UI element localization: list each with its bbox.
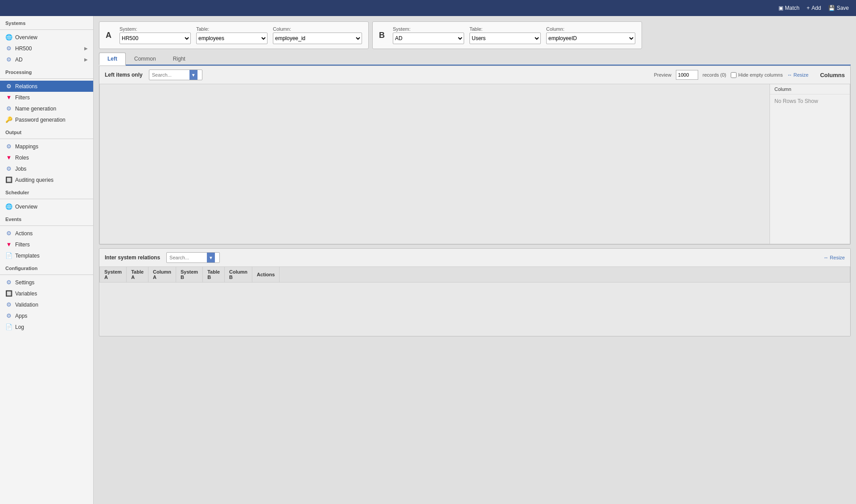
resize-btn-left[interactable]: ↔ Resize	[787, 72, 809, 78]
topbar: ▣ Match + Add 💾 Save	[0, 0, 856, 16]
sidebar-item-ad[interactable]: ⚙ AD ▶	[0, 54, 93, 65]
sidebar-item-filters-ev[interactable]: ▼ Filters	[0, 239, 93, 250]
arrow-icon-hr500: ▶	[84, 46, 88, 51]
arrow-icon-ad: ▶	[84, 57, 88, 62]
tab-left[interactable]: Left	[99, 53, 126, 66]
data-table-container: Column No Rows To Show	[99, 84, 850, 244]
sidebar-item-variables[interactable]: 🔲 Variables	[0, 288, 93, 299]
inter-title: Inter system relations	[105, 254, 160, 261]
hide-empty-checkbox[interactable]	[731, 72, 737, 78]
gear-icon-ad: ⚙	[5, 56, 12, 63]
panel-a-column-label: Column:	[273, 26, 362, 32]
jobs-icon: ⚙	[5, 165, 12, 172]
sidebar-label-hr500: HR500	[15, 45, 82, 52]
add-icon: +	[807, 5, 810, 11]
configuration-section-title: Configuration	[0, 261, 93, 273]
sidebar-item-pass-gen[interactable]: 🔑 Password generation	[0, 114, 93, 125]
panel-b-table-select[interactable]: Users	[469, 33, 541, 44]
inter-table: System A Table A Column A System B Table…	[99, 266, 850, 336]
inter-col-system-a: System A	[100, 267, 127, 283]
columns-header: Columns	[820, 72, 845, 78]
add-button[interactable]: + Add	[807, 5, 821, 11]
sidebar-item-filters-proc[interactable]: ▼ Filters	[0, 92, 93, 103]
left-items-panel: Left items only ▼ Preview records (0) Hi…	[99, 66, 851, 245]
panel-b: B System: AD HR500 Table: Users Column:	[372, 21, 642, 49]
sidebar-item-jobs[interactable]: ⚙ Jobs	[0, 163, 93, 174]
inter-col-table-a: Table A	[127, 267, 148, 283]
panel-a-system-label: System:	[119, 26, 191, 32]
sidebar-item-name-gen[interactable]: ⚙ Name generation	[0, 103, 93, 114]
match-icon: ▣	[778, 5, 783, 11]
left-search-box: ▼	[149, 70, 202, 80]
sidebar-item-overview-sys[interactable]: 🌐 Overview	[0, 32, 93, 43]
inter-search-box: ▼	[166, 252, 220, 263]
sidebar-label-mappings: Mappings	[15, 143, 88, 150]
panel-b-table-label: Table:	[469, 26, 541, 32]
sidebar-label-relations: Relations	[15, 83, 88, 90]
content-area: A System: HR500 AD Table: employees Colu…	[94, 16, 856, 504]
panel-a-system-group: System: HR500 AD	[119, 26, 191, 44]
left-search-dropdown-btn[interactable]: ▼	[189, 70, 198, 80]
sidebar-item-relations[interactable]: ⚙ Relations	[0, 81, 93, 92]
panel-b-column-label: Column:	[546, 26, 635, 32]
inter-table-body	[100, 283, 850, 336]
inter-header: Inter system relations ▼ ↔ Resize	[99, 249, 850, 266]
panel-b-column-select[interactable]: employeeID	[546, 33, 635, 44]
panel-a-table-label: Table:	[196, 26, 268, 32]
resize-btn-inter[interactable]: ↔ Resize	[823, 255, 845, 260]
templates-icon: 📄	[5, 252, 12, 259]
sidebar-label-apps: Apps	[15, 313, 88, 319]
filter-icon-ev: ▼	[5, 241, 12, 248]
relations-icon: ⚙	[5, 83, 12, 90]
sidebar-item-actions[interactable]: ⚙ Actions	[0, 228, 93, 239]
apps-icon: ⚙	[5, 312, 12, 319]
panel-a: A System: HR500 AD Table: employees Colu…	[99, 21, 369, 49]
sidebar-label-filters-proc: Filters	[15, 94, 88, 101]
globe-icon: 🌐	[5, 34, 12, 41]
tabs-row: Left Common Right	[99, 53, 851, 66]
sidebar-label-roles: Roles	[15, 155, 88, 161]
sidebar-label-actions: Actions	[15, 230, 88, 237]
variables-icon: 🔲	[5, 290, 12, 297]
sidebar-item-settings[interactable]: ⚙ Settings	[0, 277, 93, 288]
sidebar-label-filters-ev: Filters	[15, 242, 88, 248]
sidebar-item-roles[interactable]: ▼ Roles	[0, 152, 93, 163]
inter-col-system-b: System B	[176, 267, 203, 283]
match-button[interactable]: ▣ Match	[778, 5, 800, 11]
sidebar-label-auditing: Auditing queries	[15, 177, 88, 183]
sidebar-item-overview-sched[interactable]: 🌐 Overview	[0, 201, 93, 212]
tab-common[interactable]: Common	[126, 53, 165, 65]
sidebar-item-apps[interactable]: ⚙ Apps	[0, 310, 93, 321]
records-label: records (0)	[703, 72, 726, 78]
inter-search-dropdown-btn[interactable]: ▼	[207, 253, 215, 262]
left-search-input[interactable]	[152, 72, 188, 78]
passgen-icon: 🔑	[5, 116, 12, 123]
inter-col-actions: Actions	[252, 267, 280, 283]
sidebar-item-hr500[interactable]: ⚙ HR500 ▶	[0, 43, 93, 54]
inter-search-input[interactable]	[169, 255, 205, 260]
data-table-main	[99, 84, 770, 244]
left-items-title: Left items only	[105, 72, 143, 78]
sidebar-item-templates[interactable]: 📄 Templates	[0, 250, 93, 261]
processing-section-title: Processing	[0, 65, 93, 77]
panel-b-system-label: System:	[393, 26, 464, 32]
inter-col-table-b: Table B	[203, 267, 225, 283]
panel-a-table-select[interactable]: employees	[196, 33, 268, 44]
sidebar-item-mappings[interactable]: ⚙ Mappings	[0, 141, 93, 152]
settings-icon: ⚙	[5, 279, 12, 286]
save-button[interactable]: 💾 Save	[828, 5, 849, 11]
panel-a-column-select[interactable]: employee_id	[273, 33, 362, 44]
sidebar-label-overview-sys: Overview	[15, 34, 88, 41]
tab-right[interactable]: Right	[165, 53, 194, 65]
sidebar-item-validation[interactable]: ⚙ Validation	[0, 299, 93, 310]
sidebar-item-auditing[interactable]: 🔲 Auditing queries	[0, 174, 93, 185]
sidebar-label-overview-sched: Overview	[15, 204, 88, 210]
panel-b-letter: B	[379, 31, 385, 40]
sidebar-label-log: Log	[15, 324, 88, 330]
sidebar-label-jobs: Jobs	[15, 166, 88, 172]
panel-a-system-select[interactable]: HR500 AD	[119, 33, 191, 44]
sidebar-item-log[interactable]: 📄 Log	[0, 321, 93, 332]
preview-input[interactable]	[676, 70, 698, 80]
panel-b-system-select[interactable]: AD HR500	[393, 33, 464, 44]
namegen-icon: ⚙	[5, 105, 12, 112]
